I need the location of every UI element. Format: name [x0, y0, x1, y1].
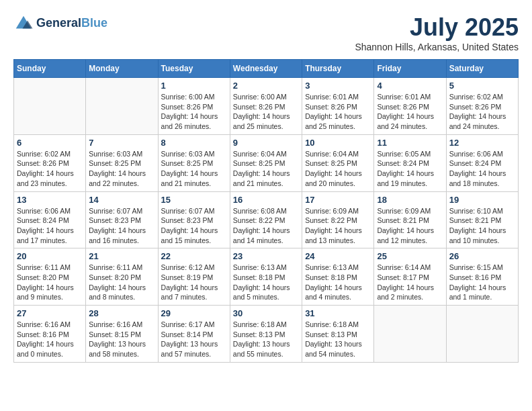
calendar-week-row: 27Sunrise: 6:16 AM Sunset: 8:16 PM Dayli…	[14, 306, 519, 363]
day-number: 27	[17, 308, 83, 318]
calendar-cell: 14Sunrise: 6:07 AM Sunset: 8:23 PM Dayli…	[86, 191, 158, 248]
day-number: 26	[449, 251, 515, 261]
weekday-header-cell: Wednesday	[230, 60, 302, 78]
day-number: 2	[233, 81, 299, 91]
calendar-cell: 18Sunrise: 6:09 AM Sunset: 8:21 PM Dayli…	[374, 191, 446, 248]
calendar-cell: 6Sunrise: 6:02 AM Sunset: 8:26 PM Daylig…	[14, 134, 86, 191]
calendar-table: SundayMondayTuesdayWednesdayThursdayFrid…	[13, 59, 519, 363]
day-info: Sunrise: 6:12 AM Sunset: 8:19 PM Dayligh…	[161, 263, 227, 302]
day-number: 3	[305, 81, 371, 91]
location: Shannon Hills, Arkansas, United States	[355, 42, 519, 52]
day-info: Sunrise: 6:10 AM Sunset: 8:21 PM Dayligh…	[449, 206, 515, 246]
day-info: Sunrise: 6:00 AM Sunset: 8:26 PM Dayligh…	[233, 92, 299, 132]
calendar-cell	[86, 78, 158, 135]
calendar-cell: 25Sunrise: 6:14 AM Sunset: 8:17 PM Dayli…	[374, 248, 446, 306]
calendar-cell: 26Sunrise: 6:15 AM Sunset: 8:16 PM Dayli…	[446, 248, 518, 306]
weekday-header-cell: Friday	[374, 60, 446, 78]
calendar-cell: 3Sunrise: 6:01 AM Sunset: 8:26 PM Daylig…	[302, 78, 374, 135]
day-number: 19	[449, 195, 515, 205]
day-number: 17	[305, 195, 371, 205]
weekday-header-cell: Tuesday	[158, 60, 230, 78]
calendar-cell: 2Sunrise: 6:00 AM Sunset: 8:26 PM Daylig…	[230, 78, 302, 135]
day-number: 25	[377, 251, 443, 261]
calendar-cell	[374, 306, 446, 363]
calendar-cell: 23Sunrise: 6:13 AM Sunset: 8:18 PM Dayli…	[230, 248, 302, 306]
day-info: Sunrise: 6:03 AM Sunset: 8:25 PM Dayligh…	[89, 149, 154, 189]
calendar-cell: 8Sunrise: 6:03 AM Sunset: 8:25 PM Daylig…	[158, 134, 230, 191]
day-info: Sunrise: 6:15 AM Sunset: 8:16 PM Dayligh…	[449, 263, 515, 302]
day-info: Sunrise: 6:04 AM Sunset: 8:25 PM Dayligh…	[305, 149, 371, 189]
calendar-cell: 24Sunrise: 6:13 AM Sunset: 8:18 PM Dayli…	[302, 248, 374, 306]
calendar-cell: 1Sunrise: 6:00 AM Sunset: 8:26 PM Daylig…	[158, 78, 230, 135]
day-number: 20	[17, 251, 83, 261]
day-info: Sunrise: 6:13 AM Sunset: 8:18 PM Dayligh…	[233, 263, 299, 302]
day-info: Sunrise: 6:13 AM Sunset: 8:18 PM Dayligh…	[305, 263, 371, 302]
weekday-header-cell: Monday	[86, 60, 158, 78]
page-header: GeneralBlue July 2025 Shannon Hills, Ark…	[13, 13, 519, 52]
calendar-cell: 30Sunrise: 6:18 AM Sunset: 8:13 PM Dayli…	[230, 306, 302, 363]
calendar-cell: 16Sunrise: 6:08 AM Sunset: 8:22 PM Dayli…	[230, 191, 302, 248]
calendar-cell: 19Sunrise: 6:10 AM Sunset: 8:21 PM Dayli…	[446, 191, 518, 248]
day-info: Sunrise: 6:14 AM Sunset: 8:17 PM Dayligh…	[377, 263, 443, 302]
calendar-cell: 21Sunrise: 6:11 AM Sunset: 8:20 PM Dayli…	[86, 248, 158, 306]
calendar-cell: 28Sunrise: 6:16 AM Sunset: 8:15 PM Dayli…	[86, 306, 158, 363]
day-number: 23	[233, 251, 299, 261]
day-number: 8	[161, 138, 227, 148]
logo-text: GeneralBlue	[36, 17, 107, 30]
day-info: Sunrise: 6:01 AM Sunset: 8:26 PM Dayligh…	[305, 92, 371, 132]
calendar-cell: 9Sunrise: 6:04 AM Sunset: 8:25 PM Daylig…	[230, 134, 302, 191]
day-number: 29	[161, 308, 227, 318]
day-info: Sunrise: 6:18 AM Sunset: 8:13 PM Dayligh…	[305, 320, 371, 359]
day-number: 7	[89, 138, 154, 148]
calendar-week-row: 6Sunrise: 6:02 AM Sunset: 8:26 PM Daylig…	[14, 134, 519, 191]
weekday-header-row: SundayMondayTuesdayWednesdayThursdayFrid…	[14, 60, 519, 78]
day-number: 11	[377, 138, 443, 148]
month-title: July 2025	[355, 13, 519, 42]
calendar-cell: 17Sunrise: 6:09 AM Sunset: 8:22 PM Dayli…	[302, 191, 374, 248]
day-number: 30	[233, 308, 299, 318]
day-number: 28	[89, 308, 154, 318]
calendar-cell: 15Sunrise: 6:07 AM Sunset: 8:23 PM Dayli…	[158, 191, 230, 248]
day-info: Sunrise: 6:16 AM Sunset: 8:16 PM Dayligh…	[17, 320, 83, 359]
weekday-header-cell: Thursday	[302, 60, 374, 78]
day-info: Sunrise: 6:00 AM Sunset: 8:26 PM Dayligh…	[161, 92, 227, 132]
day-number: 10	[305, 138, 371, 148]
day-number: 31	[305, 308, 371, 318]
calendar-cell: 4Sunrise: 6:01 AM Sunset: 8:26 PM Daylig…	[374, 78, 446, 135]
day-number: 21	[89, 251, 154, 261]
calendar-week-row: 20Sunrise: 6:11 AM Sunset: 8:20 PM Dayli…	[14, 248, 519, 306]
day-info: Sunrise: 6:03 AM Sunset: 8:25 PM Dayligh…	[161, 149, 227, 189]
day-number: 24	[305, 251, 371, 261]
day-info: Sunrise: 6:01 AM Sunset: 8:26 PM Dayligh…	[377, 92, 443, 132]
calendar-cell: 31Sunrise: 6:18 AM Sunset: 8:13 PM Dayli…	[302, 306, 374, 363]
calendar-cell: 10Sunrise: 6:04 AM Sunset: 8:25 PM Dayli…	[302, 134, 374, 191]
day-info: Sunrise: 6:06 AM Sunset: 8:24 PM Dayligh…	[449, 149, 515, 189]
calendar-cell: 5Sunrise: 6:02 AM Sunset: 8:26 PM Daylig…	[446, 78, 518, 135]
day-info: Sunrise: 6:02 AM Sunset: 8:26 PM Dayligh…	[449, 92, 515, 132]
calendar-cell	[14, 78, 86, 135]
day-info: Sunrise: 6:07 AM Sunset: 8:23 PM Dayligh…	[161, 206, 227, 246]
day-info: Sunrise: 6:11 AM Sunset: 8:20 PM Dayligh…	[17, 263, 83, 302]
day-info: Sunrise: 6:11 AM Sunset: 8:20 PM Dayligh…	[89, 263, 154, 302]
calendar-cell	[446, 306, 518, 363]
calendar-cell: 27Sunrise: 6:16 AM Sunset: 8:16 PM Dayli…	[14, 306, 86, 363]
day-number: 18	[377, 195, 443, 205]
weekday-header-cell: Saturday	[446, 60, 518, 78]
calendar-body: 1Sunrise: 6:00 AM Sunset: 8:26 PM Daylig…	[14, 78, 519, 363]
logo-icon	[13, 13, 34, 34]
day-number: 1	[161, 81, 227, 91]
calendar-week-row: 13Sunrise: 6:06 AM Sunset: 8:24 PM Dayli…	[14, 191, 519, 248]
day-number: 14	[89, 195, 154, 205]
calendar-cell: 22Sunrise: 6:12 AM Sunset: 8:19 PM Dayli…	[158, 248, 230, 306]
day-info: Sunrise: 6:07 AM Sunset: 8:23 PM Dayligh…	[89, 206, 154, 246]
day-number: 13	[17, 195, 83, 205]
calendar-cell: 12Sunrise: 6:06 AM Sunset: 8:24 PM Dayli…	[446, 134, 518, 191]
logo: GeneralBlue	[13, 13, 107, 34]
weekday-header-cell: Sunday	[14, 60, 86, 78]
day-info: Sunrise: 6:06 AM Sunset: 8:24 PM Dayligh…	[17, 206, 83, 246]
day-info: Sunrise: 6:08 AM Sunset: 8:22 PM Dayligh…	[233, 206, 299, 246]
day-number: 5	[449, 81, 515, 91]
day-number: 4	[377, 81, 443, 91]
day-info: Sunrise: 6:04 AM Sunset: 8:25 PM Dayligh…	[233, 149, 299, 189]
day-number: 9	[233, 138, 299, 148]
